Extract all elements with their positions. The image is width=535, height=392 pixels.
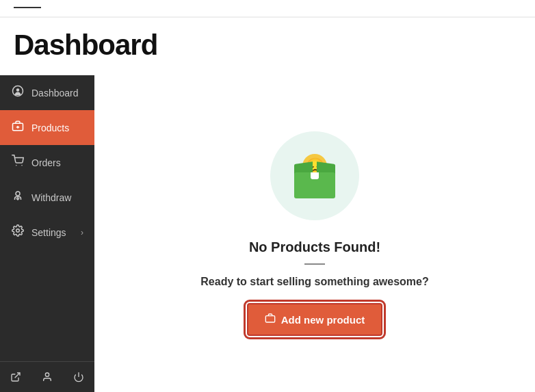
- power-button[interactable]: [63, 362, 94, 392]
- sidebar-item-dashboard[interactable]: Dashboard: [0, 75, 94, 110]
- settings-icon: [11, 224, 25, 240]
- external-link-button[interactable]: [0, 362, 31, 392]
- empty-box-icon: [291, 154, 339, 198]
- page-title-area: Dashboard: [0, 18, 535, 75]
- svg-rect-13: [265, 316, 274, 322]
- sidebar-item-orders[interactable]: Orders: [0, 145, 94, 180]
- svg-point-6: [21, 165, 23, 166]
- briefcase-icon: [265, 313, 276, 326]
- add-product-button-label: Add new product: [281, 314, 365, 326]
- svg-point-1: [16, 88, 20, 92]
- divider-line: [304, 263, 325, 265]
- sidebar-item-withdraw-label: Withdraw: [31, 192, 71, 203]
- sidebar-item-products[interactable]: Products: [0, 110, 94, 145]
- dashboard-icon: [11, 85, 25, 101]
- svg-point-5: [16, 165, 17, 166]
- add-product-button[interactable]: Add new product: [247, 303, 383, 336]
- top-bar: [0, 0, 535, 18]
- withdraw-icon: [11, 190, 25, 205]
- sidebar-item-withdraw[interactable]: Withdraw: [0, 180, 94, 215]
- sidebar-item-orders-label: Orders: [31, 157, 61, 168]
- page-title: Dashboard: [14, 29, 521, 62]
- sidebar-item-dashboard-label: Dashboard: [31, 88, 79, 99]
- top-bar-line: [14, 7, 41, 8]
- sidebar-item-settings[interactable]: Settings ›: [0, 215, 94, 250]
- orders-icon: [11, 155, 25, 170]
- main-content: No Products Found! Ready to start sellin…: [94, 75, 535, 392]
- ready-text: Ready to start selling something awesome…: [200, 276, 428, 288]
- sidebar: Dashboard Products: [0, 75, 94, 392]
- box-body: [294, 172, 335, 198]
- sidebar-item-products-label: Products: [31, 122, 69, 133]
- products-icon: [11, 120, 25, 135]
- main-layout: Dashboard Products: [0, 75, 535, 392]
- svg-point-9: [16, 229, 20, 233]
- svg-point-11: [45, 373, 49, 376]
- user-button[interactable]: [31, 362, 63, 392]
- svg-line-10: [15, 373, 20, 378]
- no-products-title: No Products Found!: [249, 239, 380, 255]
- sidebar-item-settings-label: Settings: [31, 227, 66, 238]
- empty-illustration: [270, 131, 359, 220]
- svg-point-7: [16, 192, 20, 196]
- sidebar-bottom: [0, 361, 94, 392]
- chevron-right-icon: ›: [81, 228, 83, 237]
